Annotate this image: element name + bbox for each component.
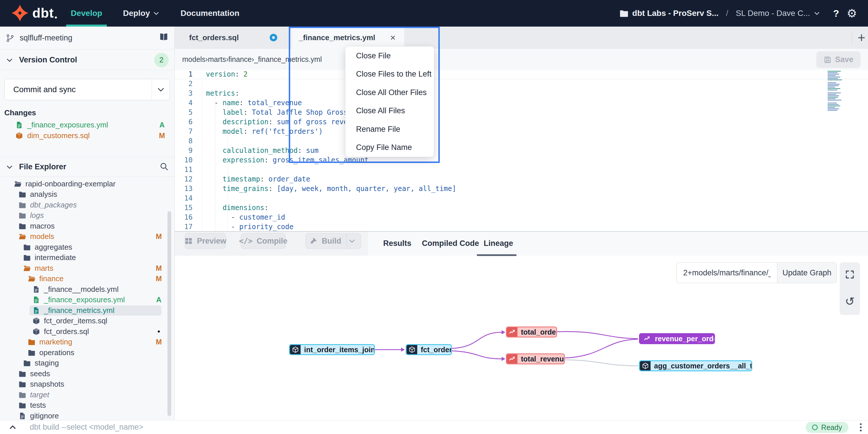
code-line-13[interactable]: 13 time_grains: [day, week, month, quart… <box>175 184 868 193</box>
code-line-9[interactable]: 9 calculation_method: sum <box>175 146 868 155</box>
code-line-7[interactable]: 7 model: ref('fct_orders') <box>175 126 868 136</box>
code-line-1[interactable]: 1version: 2 <box>175 69 868 79</box>
breadcrumb-item-_finance_metrics.yml[interactable]: _finance_metrics.yml <box>254 55 322 64</box>
tree-item-rapid-onboarding-exemplar[interactable]: rapid-onboarding-exemplar <box>0 179 175 189</box>
tree-item-fct_orders.sql[interactable]: fct_orders.sql• <box>0 326 175 337</box>
code-line-15[interactable]: 15 dimensions: <box>175 203 868 212</box>
close-icon[interactable]: × <box>390 32 396 43</box>
tree-item-intermediate[interactable]: intermediate <box>0 253 175 263</box>
code-line-3[interactable]: 3metrics: <box>175 88 868 98</box>
lineage-node-total_orders[interactable]: total_orders <box>506 326 557 338</box>
update-graph-button[interactable]: Update Graph <box>777 262 837 283</box>
code-line-4[interactable]: 4 - name: total_revenue <box>175 98 868 108</box>
context-menu-item-copy-file-name[interactable]: Copy File Name <box>345 138 434 157</box>
tree-item-staging[interactable]: staging <box>0 358 175 369</box>
tree-item-fct_order_items.sql[interactable]: fct_order_items.sql <box>0 316 175 326</box>
commit-options-dropdown[interactable] <box>152 79 169 100</box>
code-line-2[interactable]: 2 <box>175 79 868 88</box>
code-line-12[interactable]: 12 timestamp: order_date <box>175 174 868 184</box>
tree-item-aggregates[interactable]: aggregates <box>0 242 175 253</box>
command-input[interactable] <box>30 423 747 432</box>
lineage-node-fct_orders[interactable]: fct_orders <box>406 344 452 355</box>
tree-item-_finance__models.yml[interactable]: _finance__models.yml <box>0 284 175 295</box>
tree-item-logs[interactable]: logs <box>0 210 175 221</box>
context-menu-item-close-all-files[interactable]: Close All Files <box>345 102 434 120</box>
tree-item-snapshots[interactable]: snapshots <box>0 379 175 390</box>
code-line-17[interactable]: 17 - priority_code <box>175 222 868 231</box>
changed-file-dim_customers.sql[interactable]: dim_customers.sqlM <box>0 130 175 141</box>
code-line-11[interactable]: 11 <box>175 165 868 174</box>
tree-item-tests[interactable]: tests <box>0 400 175 411</box>
version-control-header[interactable]: Version Control 2 <box>0 50 175 70</box>
build-options-dropdown[interactable] <box>346 233 358 249</box>
account-switcher[interactable]: dbt Labs - ProServ S... <box>620 9 719 18</box>
context-menu-item-close-all-other-files[interactable]: Close All Other Files <box>345 83 434 102</box>
changed-file-_finance_exposures.yml[interactable]: _finance_exposures.ymlA <box>0 120 175 130</box>
panel-tab-compiled-code[interactable]: Compiled Code <box>422 232 479 255</box>
context-menu-item-close-files-to-the-left[interactable]: Close Files to the Left <box>345 65 434 84</box>
tree-item-dbt_packages[interactable]: dbt_packages <box>0 200 175 210</box>
gear-icon[interactable]: ⚙ <box>847 7 857 19</box>
kebab-menu-icon[interactable] <box>857 422 865 433</box>
tree-item-gitignore[interactable]: gitignore <box>0 411 175 420</box>
tree-item-target[interactable]: target <box>0 389 175 400</box>
line-number: 16 <box>175 213 193 221</box>
panel-tab-results[interactable]: Results <box>383 232 411 255</box>
lineage-node-revenue_per_order[interactable]: revenue_per_order <box>639 333 715 344</box>
nav-items: DevelopDeployDocumentation <box>71 0 239 27</box>
folder-icon <box>19 211 26 219</box>
lineage-selector-input[interactable] <box>677 262 777 283</box>
tree-item-operations[interactable]: operations <box>0 347 175 358</box>
lineage-node-total_revenue[interactable]: total_revenue <box>506 353 565 364</box>
panel-tab-lineage[interactable]: Lineage <box>484 232 513 255</box>
editor-minimap[interactable] <box>828 71 847 103</box>
code-line-10[interactable]: 10 expression: gross_item_sales_amount <box>175 155 868 165</box>
code-line-5[interactable]: 5 label: Total Jaffle Shop Gross Re <box>175 108 868 117</box>
code-line-6[interactable]: 6 description: sum of gross revenue <box>175 117 868 126</box>
tree-item-marts[interactable]: martsM <box>0 263 175 273</box>
fullscreen-icon[interactable] <box>845 269 855 281</box>
dbt-logo[interactable]: dbt <box>11 5 57 21</box>
nav-item-deploy[interactable]: Deploy <box>123 0 160 27</box>
folder-icon <box>19 222 26 230</box>
tree-item-finance[interactable]: financeM <box>0 273 175 284</box>
branch-name[interactable]: sqlfluff-meeting <box>20 33 72 42</box>
nav-item-develop[interactable]: Develop <box>71 0 102 27</box>
compile-button[interactable]: </>Compile <box>241 233 286 249</box>
tree-item-_finance_exposures.yml[interactable]: _finance_exposures.ymlA <box>0 295 175 306</box>
lineage-node-int_order_items_joined[interactable]: int_order_items_joined <box>289 344 375 355</box>
context-menu-item-close-file[interactable]: Close File <box>345 47 434 65</box>
tree-item-seeds[interactable]: seeds <box>0 368 175 379</box>
breadcrumb-item-models[interactable]: models <box>182 55 206 64</box>
reset-view-icon[interactable]: ↺ <box>845 295 855 308</box>
project-switcher[interactable]: SL Demo - Dave C... <box>736 9 820 18</box>
sidebar-scrollbar[interactable] <box>167 211 171 416</box>
preview-button[interactable]: Preview <box>185 233 226 249</box>
new-tab-button[interactable]: + <box>856 27 868 49</box>
tree-item-macros[interactable]: macros <box>0 221 175 231</box>
lineage-node-agg_customer_orders__all_time[interactable]: agg_customer_orders__all_time <box>639 360 752 371</box>
tree-item-models[interactable]: modelsM <box>0 231 175 242</box>
commit-and-sync-button[interactable]: Commit and sync <box>4 79 170 100</box>
code-line-14[interactable]: 14 <box>175 193 868 203</box>
tree-item-marketing[interactable]: marketingM <box>0 337 175 348</box>
save-button[interactable]: Save <box>816 52 861 68</box>
tree-item-analysis[interactable]: analysis <box>0 189 175 200</box>
code-line-8[interactable]: 8 <box>175 136 868 146</box>
tab-fct-orders-sql[interactable]: fct_orders.sql <box>175 27 289 49</box>
code-editor[interactable]: 1version: 223metrics:4 - name: total_rev… <box>175 69 868 232</box>
build-button[interactable]: Build <box>306 233 361 249</box>
file-explorer-header[interactable]: File Explorer <box>0 157 175 177</box>
tree-item-_finance_metrics.yml[interactable]: _finance_metrics.yml <box>0 305 175 316</box>
tab-context-menu: Close FileClose Files to the LeftClose A… <box>345 47 434 157</box>
search-icon[interactable] <box>159 162 168 172</box>
nav-item-documentation[interactable]: Documentation <box>181 0 239 27</box>
breadcrumb-item-marts[interactable]: marts <box>208 55 226 64</box>
help-button[interactable]: ? <box>833 8 839 19</box>
code-line-16[interactable]: 16 - customer_id <box>175 212 868 222</box>
context-menu-item-rename-file[interactable]: Rename File <box>345 120 434 139</box>
expand-console-icon[interactable] <box>8 423 17 431</box>
docs-book-icon[interactable] <box>159 33 168 44</box>
tab-finance-metrics-yml[interactable]: _finance_metrics.yml × <box>292 27 404 49</box>
breadcrumb-item-finance[interactable]: finance <box>228 55 252 64</box>
